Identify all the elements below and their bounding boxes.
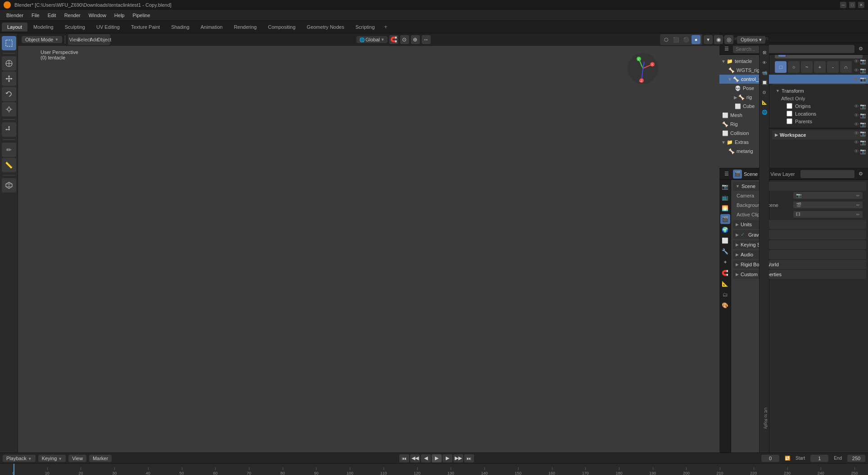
tree-item-mesh[interactable]: ⬜Mesh👁📷 (719, 111, 868, 120)
rendered-mode[interactable]: ● (692, 35, 701, 44)
tree-item-rig[interactable]: ▶🦴rig (719, 93, 868, 102)
properties-search[interactable] (800, 170, 854, 178)
overlay-toggle[interactable]: ◉ (714, 35, 723, 44)
view-menu[interactable]: View (68, 455, 86, 462)
menu-blender[interactable]: Blender (3, 12, 27, 19)
jump-end-button[interactable]: ⏭ (464, 454, 474, 462)
menu-window[interactable]: Window (85, 12, 110, 19)
jump-start-button[interactable]: ⏮ (399, 454, 409, 462)
tree-item-cube[interactable]: ⬜Cube👁📷 (719, 102, 868, 111)
scene-tab-label[interactable]: Scene (744, 171, 758, 177)
tab-compositing[interactable]: Compositing (262, 22, 301, 31)
eye-toggle[interactable]: 👁 (854, 148, 859, 154)
sidebar-tool-4[interactable]: 🔲 (760, 78, 769, 86)
scene-vtab[interactable]: 🎬 (720, 214, 730, 224)
tab-layout[interactable]: Layout (2, 22, 27, 31)
eye-toggle[interactable]: 👁 (854, 58, 859, 64)
render-toggle[interactable]: 📷 (860, 139, 866, 145)
viewport-object-menu[interactable]: Object (99, 35, 108, 44)
wireframe-mode[interactable]: ⬡ (662, 35, 671, 44)
material-mode[interactable]: ⚫ (682, 35, 691, 44)
end-frame-field[interactable]: 250 (847, 455, 865, 462)
next-keyframe-button[interactable]: ▶▶ (453, 454, 463, 462)
tree-item-collision[interactable]: ⬜Collision👁📷 (719, 129, 868, 138)
render-toggle[interactable]: 📷 (860, 148, 866, 154)
eye-toggle[interactable]: 👁 (854, 76, 859, 82)
render-toggle[interactable]: 📷 (860, 67, 866, 73)
tab-animation[interactable]: Animation (195, 22, 228, 31)
step-back-button[interactable]: ◀ (421, 454, 431, 462)
add-cube-button[interactable] (2, 178, 16, 193)
sidebar-tool-2[interactable]: 👁 (760, 58, 769, 67)
tab-uv-editing[interactable]: UV Editing (91, 22, 125, 31)
tree-item-wgts_rig[interactable]: 🦴WGTS_rig👁📷 (719, 66, 868, 75)
minimize-button[interactable]: ─ (840, 2, 846, 8)
keying-menu[interactable]: Keying ▼ (38, 455, 66, 462)
step-forward-button[interactable]: ▶ (443, 454, 452, 462)
tab-modeling[interactable]: Modeling (28, 22, 59, 31)
solid-mode[interactable]: ⬛ (672, 35, 681, 44)
units-header[interactable]: ▶ Units (733, 220, 866, 229)
data-tab[interactable]: 🗂 (720, 290, 730, 300)
start-frame-field[interactable]: 1 (810, 455, 828, 462)
rotate-tool-button[interactable] (2, 87, 16, 101)
rigid-body-header[interactable]: ▶ Rigid Body World (733, 260, 866, 269)
eye-toggle[interactable]: 👁 (854, 103, 859, 109)
timeline-playhead[interactable] (14, 464, 14, 475)
custom-props-header[interactable]: ▶ Custom Properties (733, 270, 866, 279)
options-button[interactable]: Options ▾ (737, 36, 765, 44)
view-layer-label[interactable]: View Layer (770, 171, 795, 177)
material-tab[interactable]: 🎨 (720, 300, 730, 310)
eye-toggle[interactable]: 👁 (854, 112, 859, 118)
viewport-select-menu[interactable]: Select (80, 35, 89, 44)
pivot-dropdown[interactable]: ⊕ (411, 35, 420, 44)
render-toggle[interactable]: 📷 (860, 103, 866, 109)
sidebar-tool-6[interactable]: 📐 (760, 98, 769, 106)
render-toggle[interactable]: 📷 (860, 121, 866, 127)
maximize-button[interactable]: □ (849, 2, 855, 8)
nav-gizmo[interactable] (625, 50, 661, 86)
bg-scene-value[interactable]: 🎬 ✏ (793, 202, 863, 208)
world-tab[interactable]: 🌍 (720, 225, 730, 235)
render-tab[interactable]: 📷 (720, 182, 730, 192)
shading-options[interactable]: ▾ (704, 35, 713, 44)
audio-header[interactable]: ▶ Audio (733, 250, 866, 259)
tab-texture-paint[interactable]: Texture Paint (126, 22, 165, 31)
scale-tool-button[interactable] (2, 102, 16, 117)
eye-toggle[interactable]: 👁 (854, 130, 859, 136)
tab-scripting[interactable]: Scripting (350, 22, 380, 31)
move-tool-button[interactable] (2, 72, 16, 86)
playback-menu[interactable]: Playback ▼ (3, 455, 36, 462)
physics-tab[interactable]: 🧲 (720, 268, 730, 278)
snap-toggle[interactable]: 🧲 (389, 35, 398, 44)
xray-toggle[interactable]: ◎ (724, 35, 733, 44)
sidebar-tool-7[interactable]: 🌐 (760, 108, 769, 116)
tree-item-control_rig[interactable]: ▼🦴control_rig👁📷 (719, 75, 868, 84)
render-toggle[interactable]: 📷 (860, 76, 866, 82)
active-clip-value[interactable]: 🎞 ✏ (793, 211, 863, 218)
render-toggle[interactable]: 📷 (860, 130, 866, 136)
render-toggle[interactable]: 📷 (860, 58, 866, 64)
object-mode-dropdown[interactable]: Object Mode ▼ (22, 36, 62, 43)
menu-file[interactable]: File (28, 12, 43, 19)
eye-toggle[interactable]: 👁 (854, 139, 859, 145)
tree-item-metarig[interactable]: 🦴metarig👁📷 (719, 147, 868, 156)
sidebar-tool-1[interactable]: 🛠 (760, 49, 769, 57)
scene-section-header[interactable]: ▼ Scene (733, 182, 866, 191)
cursor-tool-button[interactable] (2, 56, 16, 71)
tree-item-tentacle[interactable]: ▼📁tentacle👁📷 (719, 57, 868, 66)
tab-rendering[interactable]: Rendering (228, 22, 262, 31)
object-tab[interactable]: ⬜ (720, 236, 730, 246)
props-header-icon[interactable]: ☰ (722, 170, 731, 179)
marker-menu[interactable]: Marker (89, 455, 112, 462)
tree-item-pose[interactable]: 💀Pose (719, 84, 868, 93)
global-dropdown[interactable]: 🌐 Global ▼ (357, 36, 388, 43)
output-tab[interactable]: 📺 (720, 193, 730, 202)
timeline-ruler[interactable]: 0102030405060708090100110120130140150160… (0, 464, 868, 475)
menu-help[interactable]: Help (111, 12, 128, 19)
3d-viewport-canvas[interactable] (18, 33, 759, 453)
tab-shading[interactable]: Shading (166, 22, 194, 31)
modifier-tab[interactable]: 🔧 (720, 246, 730, 256)
proportional-edit[interactable]: ⊙ (400, 35, 409, 44)
menu-pipeline[interactable]: Pipeline (129, 12, 154, 19)
